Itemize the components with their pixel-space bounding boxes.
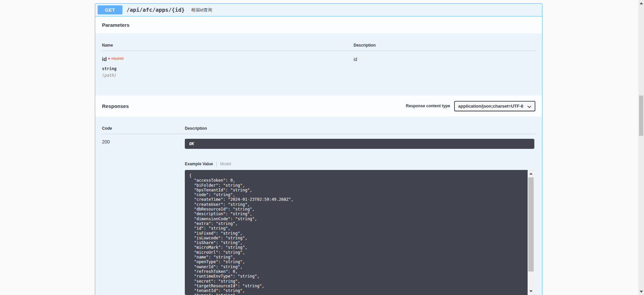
parameters-title: Parameters <box>102 22 129 28</box>
parameter-row: id*required string (path) id <box>102 51 535 96</box>
example-json: { "accessToken": 0, "biFolder": "string"… <box>185 170 528 295</box>
page-scrollbar-thumb[interactable] <box>639 96 643 136</box>
swagger-page: GET /api/afc/apps/{id} 根据id查询 Parameters… <box>0 0 644 295</box>
endpoint-summary: 根据id查询 <box>191 7 212 13</box>
col-header-response-description: Description <box>185 116 534 134</box>
response-content-type-value: application/json;charset=UTF-8 <box>458 104 523 109</box>
parameters-section-header: Parameters <box>95 16 542 33</box>
response-row-200: 200 OK Example Value Model { "accessToke… <box>102 134 535 295</box>
page-scrollbar[interactable] <box>638 0 644 295</box>
scroll-up-arrow-icon[interactable] <box>529 173 533 175</box>
code-scrollbar-thumb[interactable] <box>528 177 534 272</box>
response-description-markdown: OK <box>185 139 534 149</box>
param-description: id <box>354 51 534 96</box>
page-scroll-up-arrow-icon[interactable] <box>640 2 643 4</box>
model-example-tabs: Example Value Model <box>185 161 534 167</box>
required-star: * <box>108 57 110 62</box>
response-content-type-label: Response content type <box>406 104 450 108</box>
required-label: required <box>111 57 124 60</box>
param-name: id <box>102 56 107 62</box>
http-method-badge: GET <box>98 5 122 14</box>
endpoint-path-link[interactable]: /api/afc/apps/{id} <box>126 7 184 13</box>
responses-section-header: Responses Response content type applicat… <box>95 96 542 116</box>
responses-table: Code Description 200 OK Example Value Mo… <box>102 116 535 295</box>
col-header-code: Code <box>102 116 185 134</box>
response-content-type-select[interactable]: application/json;charset=UTF-8 <box>454 101 535 111</box>
col-header-description: Description <box>354 33 534 51</box>
code-scrollbar[interactable] <box>528 170 534 295</box>
param-location: (path) <box>102 73 354 78</box>
tab-separator <box>216 162 217 167</box>
parameters-table: Name Description id*required string (pat… <box>102 33 535 96</box>
scroll-down-arrow-icon[interactable] <box>529 290 533 292</box>
tab-model[interactable]: Model <box>220 162 231 166</box>
parameters-table-header: Name Description <box>102 33 535 51</box>
example-value-code-block: { "accessToken": 0, "biFolder": "string"… <box>185 170 534 295</box>
opblock-summary[interactable]: GET /api/afc/apps/{id} 根据id查询 <box>95 4 542 16</box>
tab-example-value[interactable]: Example Value <box>185 162 213 166</box>
responses-title: Responses <box>102 103 129 109</box>
page-scroll-down-arrow-icon[interactable] <box>640 291 643 293</box>
responses-table-header: Code Description <box>102 116 535 134</box>
opblock-get: GET /api/afc/apps/{id} 根据id查询 Parameters… <box>95 3 542 295</box>
chevron-down-icon <box>527 106 531 108</box>
param-type: string <box>102 66 354 71</box>
response-code: 200 <box>102 134 185 295</box>
col-header-name: Name <box>102 33 354 51</box>
